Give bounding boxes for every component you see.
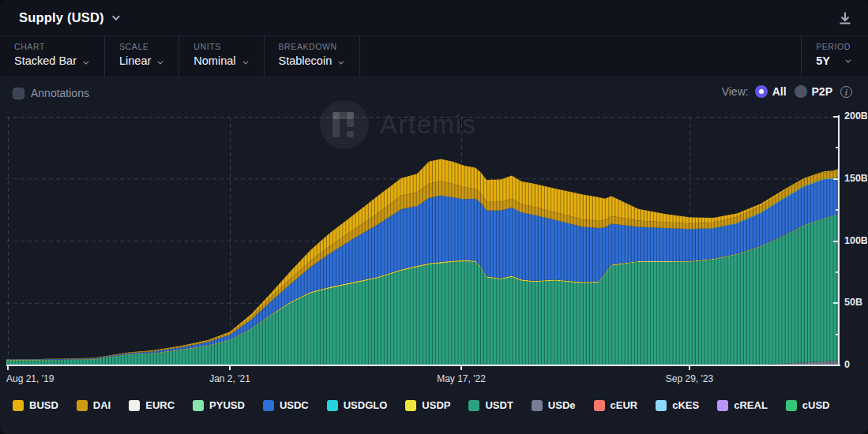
control-value: Nominal	[194, 54, 246, 67]
info-icon[interactable]: i	[840, 86, 852, 98]
supply-panel: Supply (USD) CHARTStacked BarSCALELinear…	[0, 0, 868, 434]
y-axis-minor-tick	[836, 271, 839, 273]
chevron-down-icon	[845, 57, 851, 62]
legend-item-PYUSD[interactable]: PYUSD	[193, 399, 245, 411]
x-axis-line	[6, 365, 840, 366]
period-label: PERIOD	[816, 42, 851, 51]
control-dropdown-units[interactable]: UNITSNominal	[179, 36, 264, 77]
control-dropdown-breakdown[interactable]: BREAKDOWNStablecoin	[265, 36, 361, 77]
x-axis-tick	[689, 366, 690, 370]
x-axis-label: Jan 2, '21	[209, 373, 250, 384]
view-switcher: View: AllP2P i	[722, 85, 852, 98]
legend-swatch	[77, 400, 88, 411]
x-axis-label: Sep 29, '23	[666, 373, 713, 384]
x-axis: Aug 21, '19Jan 2, '21May 17, '22Sep 29, …	[0, 373, 868, 386]
legend-label: USDP	[422, 399, 450, 411]
controls-spacer	[360, 36, 801, 77]
download-button[interactable]	[836, 9, 854, 27]
control-dropdown-chart[interactable]: CHARTStacked Bar	[0, 36, 105, 77]
x-axis-label: Aug 21, '19	[6, 373, 54, 384]
period-value: 5Y	[816, 54, 830, 67]
legend-swatch	[13, 400, 24, 411]
y-axis-label: 0	[844, 359, 867, 370]
page-title: Supply (USD)	[19, 10, 104, 25]
annotations-toggle[interactable]: Annotations	[13, 87, 89, 99]
sub-bar: Annotations View: AllP2P i	[0, 77, 868, 112]
y-axis-major-tick	[833, 365, 839, 366]
control-dropdowns: CHARTStacked BarSCALELinearUNITSNominalB…	[0, 36, 360, 77]
annotations-checkbox[interactable]	[13, 88, 24, 99]
annotations-label: Annotations	[31, 87, 89, 99]
y-axis-major-tick	[833, 302, 839, 304]
control-value: Stablecoin	[279, 54, 343, 67]
chevron-down-icon	[158, 59, 163, 65]
legend-swatch	[786, 400, 797, 411]
legend-label: cUSD	[802, 399, 830, 411]
x-axis-tick	[460, 366, 462, 370]
x-axis-tick	[229, 366, 231, 370]
legend-item-USDP[interactable]: USDP	[405, 399, 450, 411]
chevron-down-icon	[339, 59, 344, 65]
top-bar: Supply (USD)	[0, 0, 868, 36]
view-radio-all[interactable]	[755, 85, 768, 98]
control-label: SCALE	[119, 42, 161, 51]
view-option-label[interactable]: P2P	[812, 85, 832, 98]
y-axis-label: 200B	[844, 110, 867, 122]
legend-swatch	[717, 400, 728, 411]
y-axis-major-tick	[833, 241, 839, 242]
y-axis-minor-tick	[836, 334, 839, 335]
download-icon	[836, 9, 854, 27]
view-label: View:	[722, 85, 749, 98]
legend-label: PYUSD	[209, 399, 245, 411]
legend-swatch	[129, 400, 140, 411]
period-dropdown[interactable]: PERIOD 5Y	[801, 36, 868, 77]
legend-item-BUSD[interactable]: BUSD	[13, 399, 58, 411]
y-axis-major-tick	[833, 178, 839, 180]
legend-swatch	[594, 400, 605, 411]
control-value: Linear	[119, 54, 161, 67]
control-dropdown-scale[interactable]: SCALELinear	[105, 36, 179, 77]
control-label: CHART	[14, 42, 87, 51]
legend-item-EURC[interactable]: EURC	[129, 399, 175, 411]
legend-item-USDT[interactable]: USDT	[468, 399, 513, 411]
y-axis-label: 50B	[844, 297, 867, 308]
chevron-down-icon	[242, 59, 248, 65]
legend-label: USDe	[548, 399, 576, 411]
legend-swatch	[327, 400, 338, 411]
y-axis-label: 100B	[844, 235, 867, 246]
legend-item-cEUR[interactable]: cEUR	[594, 399, 638, 411]
view-option-label[interactable]: All	[772, 85, 787, 98]
legend-label: cREAL	[734, 399, 768, 411]
legend-label: BUSD	[29, 399, 58, 411]
view-options: AllP2P	[755, 85, 840, 98]
chevron-down-icon	[83, 59, 88, 65]
y-axis-minor-tick	[836, 147, 839, 148]
control-label: BREAKDOWN	[279, 42, 343, 51]
legend-swatch	[193, 400, 204, 411]
legend-label: USDGLO	[344, 399, 388, 411]
x-axis-label: May 17, '22	[437, 373, 486, 384]
legend-item-DAI[interactable]: DAI	[77, 399, 111, 411]
view-radio-p2p[interactable]	[795, 85, 807, 98]
legend-swatch	[263, 400, 274, 411]
legend-item-cUSD[interactable]: cUSD	[786, 399, 830, 411]
legend-label: USDT	[485, 399, 513, 411]
legend-item-cKES[interactable]: cKES	[656, 399, 699, 411]
legend-item-USDe[interactable]: USDe	[532, 399, 576, 411]
legend-label: DAI	[93, 399, 111, 411]
control-label: UNITS	[194, 42, 246, 51]
legend-label: cEUR	[611, 399, 638, 411]
legend-label: USDC	[280, 399, 309, 411]
legend-swatch	[405, 400, 416, 411]
chart-legend: BUSDDAIEURCPYUSDUSDCUSDGLOUSDPUSDTUSDecE…	[13, 399, 858, 411]
legend-item-cREAL[interactable]: cREAL	[717, 399, 768, 411]
chevron-down-icon[interactable]	[112, 13, 120, 21]
y-axis-label: 150B	[844, 173, 867, 184]
y-axis-major-tick	[833, 116, 839, 118]
control-value: Stacked Bar	[14, 54, 87, 67]
y-axis-minor-tick	[836, 209, 839, 211]
legend-item-USDGLO[interactable]: USDGLO	[327, 399, 388, 411]
legend-swatch	[532, 400, 543, 411]
stacked-bar-chart[interactable]	[6, 117, 840, 365]
legend-item-USDC[interactable]: USDC	[263, 399, 309, 411]
